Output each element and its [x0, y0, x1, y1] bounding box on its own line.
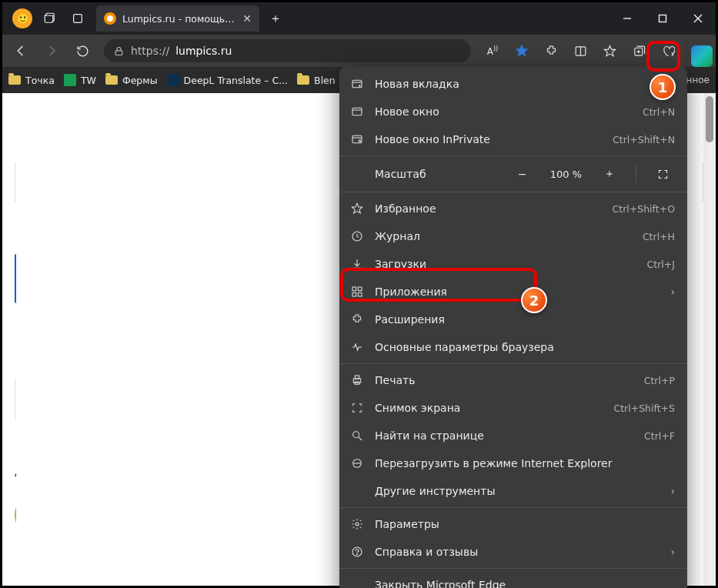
- folder-icon: [8, 75, 21, 85]
- bookmark-item[interactable]: Точка: [8, 75, 55, 86]
- svg-marker-6: [516, 45, 528, 56]
- menu-new-tab[interactable]: Новая вкладка: [339, 70, 687, 98]
- star-icon: [350, 202, 364, 215]
- heart-icon: [350, 341, 364, 353]
- menu-zoom: Масштаб − 100 % ＋: [339, 159, 687, 189]
- svg-rect-0: [74, 15, 82, 23]
- window-minimize-button[interactable]: [609, 3, 645, 34]
- menu-apps[interactable]: Приложения›: [339, 278, 687, 306]
- favorites-hub-icon[interactable]: [596, 38, 623, 63]
- url-box[interactable]: https://lumpics.ru: [104, 39, 471, 62]
- bookmark-item[interactable]: DeepL Translate – С...: [167, 74, 288, 86]
- extensions-icon[interactable]: [537, 38, 565, 63]
- zoom-in-button[interactable]: ＋: [597, 163, 622, 185]
- settings-menu: Новая вкладка Новое окноCtrl+N Новое окн…: [339, 67, 687, 588]
- bookmark-item[interactable]: Фермы: [105, 75, 158, 86]
- chevron-right-icon: ›: [670, 485, 675, 497]
- svg-point-41: [356, 523, 359, 526]
- menu-favorites[interactable]: ИзбранноеCtrl+Shift+O: [339, 195, 687, 222]
- window-icon: [350, 105, 364, 118]
- menu-help[interactable]: Справка и отзывы›: [339, 538, 687, 566]
- menu-settings[interactable]: Параметры: [339, 510, 687, 538]
- apps-icon: [350, 286, 364, 298]
- svg-point-43: [356, 554, 357, 555]
- url-domain: lumpics.ru: [175, 45, 232, 57]
- window-close-button[interactable]: [680, 3, 716, 34]
- bookmarks-overflow[interactable]: нное: [686, 75, 710, 85]
- scrollbar[interactable]: [703, 93, 716, 586]
- new-tab-button[interactable]: ＋: [264, 7, 287, 30]
- zoom-percent: 100 %: [546, 169, 586, 180]
- search-icon: [350, 429, 364, 442]
- print-icon: [350, 374, 364, 386]
- bookmark-item[interactable]: TW: [64, 74, 96, 86]
- menu-close-edge[interactable]: Закрыть Microsoft Edge: [339, 571, 687, 588]
- svg-rect-2: [660, 15, 666, 22]
- folder-icon: [105, 75, 118, 85]
- chevron-right-icon: ›: [670, 286, 675, 298]
- tab-title: Lumpics.ru - помощь с компью: [122, 13, 236, 25]
- svg-rect-31: [352, 287, 356, 291]
- svg-marker-29: [352, 203, 362, 213]
- history-icon: [350, 230, 364, 242]
- workspaces-icon[interactable]: [36, 5, 64, 32]
- window-titlebar: 🙂 Lumpics.ru - помощь с компью ✕ ＋: [2, 2, 716, 35]
- favorite-star-icon[interactable]: [508, 38, 536, 63]
- read-aloud-icon[interactable]: A)): [479, 38, 506, 63]
- inprivate-icon: [350, 133, 364, 145]
- chevron-right-icon: ›: [670, 546, 675, 558]
- copilot-icon[interactable]: [691, 45, 713, 67]
- tab-close-icon[interactable]: ✕: [242, 12, 252, 25]
- zoom-out-button[interactable]: −: [510, 163, 535, 185]
- callout-badge-1: 1: [650, 74, 676, 100]
- folder-icon: [297, 75, 309, 85]
- svg-rect-36: [355, 376, 359, 379]
- menu-extensions[interactable]: Расширения: [339, 306, 687, 333]
- address-bar: https://lumpics.ru A)): [2, 35, 716, 67]
- svg-rect-5: [115, 50, 122, 55]
- menu-new-window[interactable]: Новое окноCtrl+N: [339, 98, 687, 125]
- profile-avatar[interactable]: 🙂: [8, 5, 36, 32]
- forward-button: [38, 38, 65, 63]
- refresh-button[interactable]: [68, 38, 96, 63]
- svg-rect-33: [352, 292, 356, 296]
- menu-inprivate[interactable]: Новое окно InPrivateCtrl+Shift+N: [339, 125, 687, 153]
- menu-print[interactable]: ПечатьCtrl+P: [339, 366, 687, 394]
- tab-actions-icon[interactable]: [64, 5, 92, 32]
- fullscreen-button[interactable]: [650, 163, 675, 185]
- svg-rect-35: [353, 379, 360, 383]
- svg-rect-32: [358, 287, 362, 291]
- menu-essentials[interactable]: Основные параметры браузера: [339, 333, 687, 361]
- health-icon[interactable]: [654, 38, 682, 63]
- split-icon[interactable]: [566, 38, 594, 63]
- favicon-icon: [104, 12, 116, 25]
- menu-ie-mode[interactable]: Перезагрузить в режиме Internet Explorer: [339, 449, 687, 477]
- menu-find[interactable]: Найти на страницеCtrl+F: [339, 422, 687, 449]
- puzzle-icon: [350, 313, 364, 326]
- menu-more-tools[interactable]: Другие инструменты›: [339, 477, 687, 505]
- svg-rect-20: [352, 80, 362, 87]
- ie-icon: [350, 457, 364, 469]
- callout-badge-2: 2: [521, 287, 547, 313]
- back-button[interactable]: [7, 38, 35, 63]
- collections-icon[interactable]: [625, 38, 653, 63]
- browser-tab[interactable]: Lumpics.ru - помощь с компью ✕: [96, 5, 259, 32]
- svg-point-28: [359, 140, 361, 142]
- svg-point-38: [353, 432, 359, 438]
- window-maximize-button[interactable]: [645, 3, 680, 34]
- download-icon: [350, 258, 364, 270]
- screenshot-icon: [350, 402, 364, 414]
- help-icon: [350, 546, 364, 558]
- svg-line-39: [359, 437, 362, 440]
- lock-icon: [113, 45, 125, 57]
- url-prefix: https://: [131, 45, 169, 57]
- svg-rect-34: [358, 292, 362, 296]
- site-icon: [167, 74, 179, 86]
- svg-marker-9: [604, 45, 615, 55]
- bookmark-item[interactable]: Blen: [297, 75, 336, 86]
- svg-rect-24: [352, 108, 362, 115]
- gear-icon: [350, 518, 364, 530]
- menu-downloads[interactable]: ЗагрузкиCtrl+J: [339, 250, 687, 278]
- menu-history[interactable]: ЖурналCtrl+H: [339, 222, 687, 250]
- menu-screenshot[interactable]: Снимок экранаCtrl+Shift+S: [339, 394, 687, 422]
